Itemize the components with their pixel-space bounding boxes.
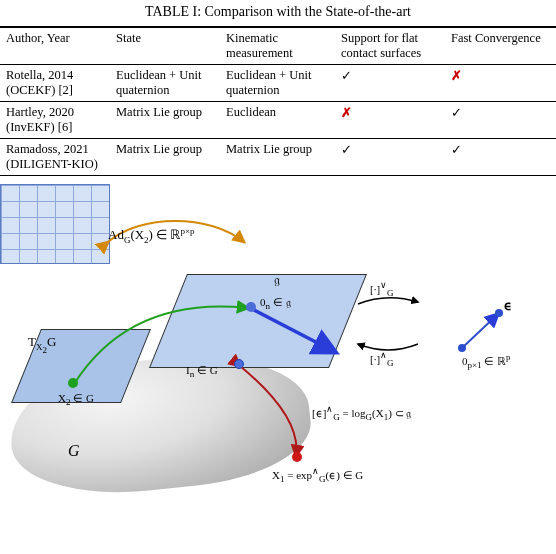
cell-flat: ✓	[335, 65, 445, 102]
label-vee: [·]∨G	[370, 280, 394, 298]
label-epsilon: ϵ	[504, 298, 512, 314]
cell-kin: Euclidean + Unit quaternion	[220, 65, 335, 102]
table-header-row: Author, Year State Kinematic measurement…	[0, 27, 556, 65]
label-x2: X2 ∈ G	[58, 392, 94, 407]
label-zero-p: 0p×1 ∈ ℝp	[462, 352, 511, 370]
table-row: Rotella, 2014 (OCEKF) [2] Euclidean + Un…	[0, 65, 556, 102]
col-conv: Fast Convergence	[445, 27, 556, 65]
cell-author: Rotella, 2014 (OCEKF) [2]	[0, 65, 110, 102]
point-x2	[68, 378, 78, 388]
table-row: Ramadoss, 2021 (DILIGENT-KIO) Matrix Lie…	[0, 139, 556, 176]
cell-kin: Euclidean	[220, 102, 335, 139]
label-adg: AdG(X2) ∈ ℝp×p	[108, 226, 195, 245]
label-identity: In ∈ G	[186, 364, 218, 379]
table-caption: TABLE I: Comparison with the State-of-th…	[0, 0, 556, 26]
point-x1	[292, 452, 302, 462]
cell-conv: ✗	[445, 65, 556, 102]
cell-conv: ✓	[445, 139, 556, 176]
cell-flat: ✓	[335, 139, 445, 176]
cell-author: Hartley, 2020 (InvEKF) [6]	[0, 102, 110, 139]
col-kin: Kinematic measurement	[220, 27, 335, 65]
page: TABLE I: Comparison with the State-of-th…	[0, 0, 556, 494]
label-logmap: [ϵ]∧G = logG(X1) ⊂ 𝔤	[312, 404, 411, 422]
lie-algebra-plane	[149, 274, 367, 368]
label-gothg: 𝔤	[274, 272, 280, 288]
label-manifold-G: G	[68, 442, 80, 460]
point-zero-p	[458, 344, 466, 352]
label-x1exp: X1 = exp∧G(ϵ) ∈ G	[272, 466, 363, 484]
point-zero-n	[246, 302, 256, 312]
col-author: Author, Year	[0, 27, 110, 65]
comparison-table: Author, Year State Kinematic measurement…	[0, 26, 556, 176]
vector-space-grid	[0, 184, 110, 264]
table-row: Hartley, 2020 (InvEKF) [6] Matrix Lie gr…	[0, 102, 556, 139]
point-identity	[234, 359, 244, 369]
cell-state: Matrix Lie group	[110, 102, 220, 139]
cell-kin: Matrix Lie group	[220, 139, 335, 176]
label-tx2g: TX2G	[28, 334, 56, 354]
cell-conv: ✓	[445, 102, 556, 139]
cell-author: Ramadoss, 2021 (DILIGENT-KIO)	[0, 139, 110, 176]
cell-state: Euclidean + Unit quaternion	[110, 65, 220, 102]
cell-flat: ✗	[335, 102, 445, 139]
cell-state: Matrix Lie group	[110, 139, 220, 176]
label-wedge: [·]∧G	[370, 350, 394, 368]
lie-group-figure: AdG(X2) ∈ ℝp×p TX2G 𝔤 0n ∈ 𝔤 [·]∨G [·]∧G…	[0, 184, 556, 494]
col-flat: Support for flat contact surfaces	[335, 27, 445, 65]
label-zero-n: 0n ∈ 𝔤	[260, 296, 291, 311]
point-epsilon	[495, 309, 503, 317]
col-state: State	[110, 27, 220, 65]
